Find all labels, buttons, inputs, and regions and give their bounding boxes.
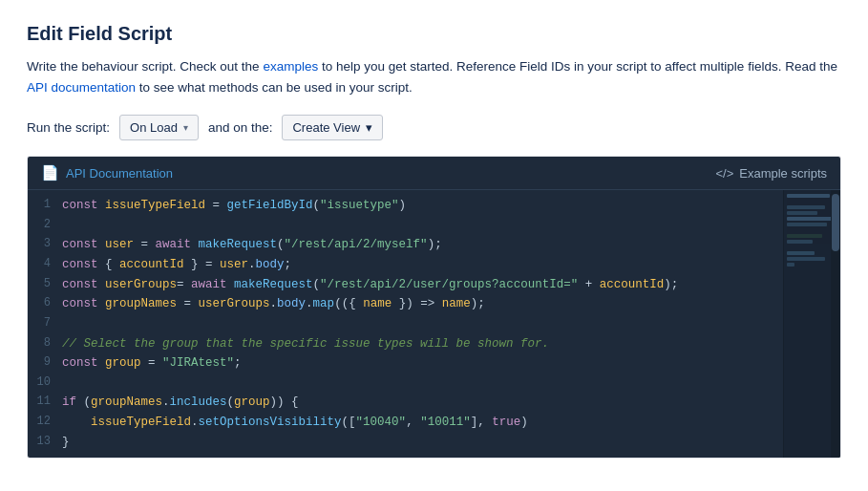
run-script-row: Run the script: On Load ▾ and on the: Cr… — [27, 115, 841, 140]
line-number: 1 — [28, 196, 62, 215]
line-code: const issueTypeField = getFieldById("iss… — [62, 196, 783, 216]
api-doc-link-inline[interactable]: API documentation — [27, 80, 136, 95]
table-row: 11if (groupNames.includes(group)) { — [28, 393, 783, 413]
table-row: 6const groupNames = userGroups.body.map(… — [28, 294, 783, 314]
line-code: const userGroups= await makeRequest("/re… — [62, 275, 783, 295]
chevron-down-icon: ▾ — [183, 122, 188, 133]
chevron-down-icon-2: ▾ — [366, 120, 372, 135]
create-view-label: Create View — [292, 120, 360, 135]
on-load-dropdown[interactable]: On Load ▾ — [119, 115, 199, 140]
line-code: const groupNames = userGroups.body.map((… — [62, 294, 783, 314]
line-number: 2 — [28, 216, 62, 235]
scrollbar-thumb — [832, 194, 839, 251]
line-number: 3 — [28, 235, 62, 254]
line-number: 9 — [28, 353, 62, 373]
code-lines: 1const issueTypeField = getFieldById("is… — [28, 190, 783, 458]
line-number: 10 — [28, 374, 62, 393]
table-row: 1const issueTypeField = getFieldById("is… — [28, 196, 783, 216]
example-scripts-label: Example scripts — [739, 166, 827, 181]
desc-text-2: to help you get started. Reference Field… — [318, 59, 837, 74]
code-icon: </> — [715, 166, 733, 181]
line-code: const { accountId } = user.body; — [62, 255, 783, 275]
editor-toolbar: 📄 API Documentation </> Example scripts — [28, 157, 840, 190]
api-documentation-link[interactable]: 📄 API Documentation — [41, 164, 173, 181]
line-number: 4 — [28, 255, 62, 274]
line-number: 7 — [28, 314, 62, 333]
and-on-the-label: and on the: — [208, 120, 273, 135]
create-view-dropdown[interactable]: Create View ▾ — [282, 115, 383, 140]
document-icon: 📄 — [41, 164, 59, 181]
table-row: 9const group = "JIRAtest"; — [28, 353, 783, 374]
table-row: 5const userGroups= await makeRequest("/r… — [28, 275, 783, 295]
line-code: const group = "JIRAtest"; — [62, 353, 783, 374]
desc-text-3: to see what methods can be used in your … — [136, 80, 413, 95]
line-code: const user = await makeRequest("/rest/ap… — [62, 235, 783, 255]
table-row: 3const user = await makeRequest("/rest/a… — [28, 235, 783, 255]
description: Write the behaviour script. Check out th… — [27, 56, 841, 97]
api-doc-label: API Documentation — [66, 166, 173, 181]
line-code — [62, 216, 783, 236]
table-row: 13} — [28, 433, 783, 453]
page-title: Edit Field Script — [27, 23, 841, 45]
examples-link[interactable]: examples — [263, 59, 318, 74]
line-number: 8 — [28, 334, 62, 353]
line-number: 13 — [28, 433, 62, 452]
table-row: 8// Select the group that the specific i… — [28, 334, 783, 354]
on-load-label: On Load — [130, 120, 178, 135]
run-script-label: Run the script: — [27, 120, 110, 135]
line-number: 6 — [28, 294, 62, 313]
table-row: 7 — [28, 314, 783, 334]
line-code — [62, 374, 783, 394]
code-editor[interactable]: 1const issueTypeField = getFieldById("is… — [28, 190, 840, 458]
line-code: // Select the group that the specific is… — [62, 334, 783, 354]
line-number: 12 — [28, 413, 62, 432]
example-scripts-link[interactable]: </> Example scripts — [715, 166, 827, 181]
line-code: if (groupNames.includes(group)) { — [62, 393, 783, 413]
line-code: } — [62, 433, 783, 453]
table-row: 2 — [28, 216, 783, 236]
scrollbar[interactable] — [831, 190, 840, 458]
table-row: 12 issueTypeField.setOptionsVisibility([… — [28, 413, 783, 433]
line-number: 5 — [28, 275, 62, 294]
table-row: 10 — [28, 374, 783, 394]
desc-text-1: Write the behaviour script. Check out th… — [27, 59, 263, 74]
table-row: 4const { accountId } = user.body; — [28, 255, 783, 275]
line-code — [62, 314, 783, 334]
line-code: issueTypeField.setOptionsVisibility(["10… — [62, 413, 783, 433]
editor-container: 📄 API Documentation </> Example scripts … — [27, 156, 841, 459]
line-number: 11 — [28, 393, 62, 412]
